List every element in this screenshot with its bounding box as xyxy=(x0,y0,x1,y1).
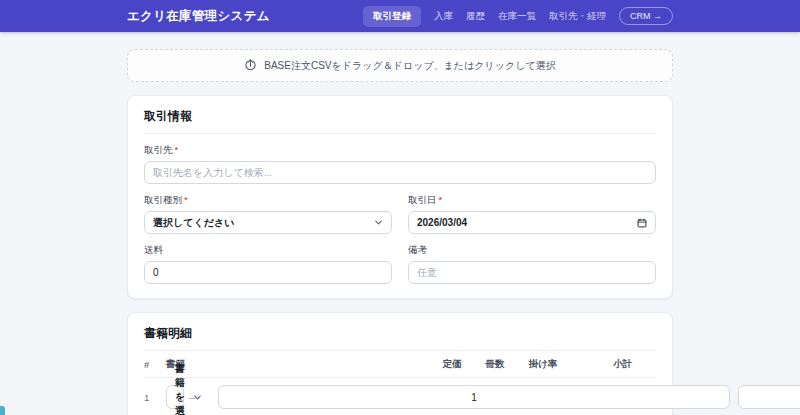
required-marker: * xyxy=(439,194,443,205)
app-header: エクリ在庫管理システム 取引登録 入庫 履歴 在庫一覧 取引先・経理 CRM → xyxy=(0,0,800,32)
row-list-price: – xyxy=(174,392,210,403)
col-header-subtotal: 小計 xyxy=(574,358,632,371)
shipping-fee-label: 送料 xyxy=(144,244,392,257)
crm-link-button[interactable]: CRM → xyxy=(619,7,673,25)
calendar-icon[interactable] xyxy=(637,218,647,228)
upload-icon xyxy=(244,59,257,72)
transaction-info-card: 取引情報 取引先* 取引種別* 選択してください xyxy=(127,95,673,299)
row-index: 1 xyxy=(144,392,158,403)
transaction-type-label: 取引種別* xyxy=(144,194,392,207)
transaction-type-selected-value: 選択してください xyxy=(153,216,234,230)
bottom-left-sliver xyxy=(0,406,5,415)
chevron-down-icon xyxy=(374,218,383,227)
book-table-row: 1 書籍を選択... – ¥0 × xyxy=(144,385,656,409)
shipping-fee-input[interactable] xyxy=(144,261,392,284)
app-title: エクリ在庫管理システム xyxy=(127,8,270,25)
transaction-date-input[interactable]: 2026/03/04 xyxy=(408,211,656,234)
book-lines-card: 書籍明細 # 書籍 定価 冊数 掛け率 小計 1 書籍を選択... xyxy=(127,312,673,415)
transaction-section-title: 取引情報 xyxy=(144,108,656,134)
rate-input[interactable] xyxy=(738,385,800,409)
col-header-index: # xyxy=(144,359,158,370)
main-content: BASE注文CSVをドラッグ＆ドロップ、またはクリックして選択 取引情報 取引先… xyxy=(127,49,673,415)
nav-tab-partners-accounting[interactable]: 取引先・経理 xyxy=(549,10,606,23)
note-label: 備考 xyxy=(408,244,656,257)
required-marker: * xyxy=(184,194,188,205)
partner-field-label: 取引先* xyxy=(144,144,656,157)
transaction-date-label: 取引日* xyxy=(408,194,656,207)
transaction-type-select[interactable]: 選択してください xyxy=(144,211,392,234)
nav-tab-history[interactable]: 履歴 xyxy=(466,10,485,23)
csv-dropzone[interactable]: BASE注文CSVをドラッグ＆ドロップ、またはクリックして選択 xyxy=(127,49,673,82)
book-select-value: 書籍を選択... xyxy=(175,362,193,415)
nav-tab-transaction-register[interactable]: 取引登録 xyxy=(363,6,421,27)
nav-tab-inventory-list[interactable]: 在庫一覧 xyxy=(498,10,536,23)
col-header-qty: 冊数 xyxy=(478,358,512,371)
csv-dropzone-label: BASE注文CSVをドラッグ＆ドロップ、またはクリックして選択 xyxy=(264,59,555,73)
book-table-header: # 書籍 定価 冊数 掛け率 小計 xyxy=(144,358,656,378)
note-input[interactable] xyxy=(408,261,656,284)
book-lines-section-title: 書籍明細 xyxy=(144,325,656,351)
col-header-book: 書籍 xyxy=(166,358,426,371)
col-header-rate: 掛け率 xyxy=(520,358,566,371)
main-nav: 取引登録 入庫 履歴 在庫一覧 取引先・経理 CRM → xyxy=(363,6,673,27)
transaction-date-value: 2026/03/04 xyxy=(417,217,467,228)
col-header-price: 定価 xyxy=(434,358,470,371)
quantity-input[interactable] xyxy=(218,385,730,409)
nav-tab-stock-in[interactable]: 入庫 xyxy=(434,10,453,23)
required-marker: * xyxy=(175,144,179,155)
partner-search-input[interactable] xyxy=(144,161,656,184)
